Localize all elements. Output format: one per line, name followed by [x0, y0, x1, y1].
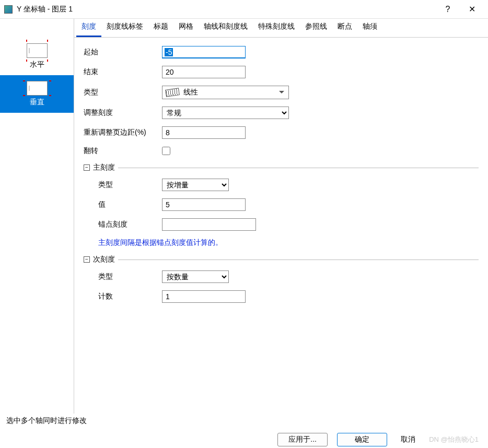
- margin-label: 重新调整页边距(%): [84, 128, 162, 137]
- tab-bar: 刻度 刻度线标签 标题 网格 轴线和刻度线 特殊刻度线 参照线 断点 轴须: [74, 19, 488, 38]
- cancel-button[interactable]: 取消: [397, 435, 420, 444]
- tab-tick-labels[interactable]: 刻度线标签: [101, 19, 148, 37]
- tab-rug[interactable]: 轴须: [357, 19, 382, 37]
- major-value-input[interactable]: [162, 198, 246, 211]
- major-hint: 主刻度间隔是根据锚点刻度值计算的。: [98, 238, 479, 247]
- tab-grid[interactable]: 网格: [173, 19, 199, 37]
- major-type-select[interactable]: 按增量: [162, 179, 229, 191]
- flip-checkbox[interactable]: [162, 147, 170, 155]
- tab-reflines[interactable]: 参照线: [300, 19, 332, 37]
- adjust-label: 调整刻度: [84, 108, 162, 117]
- sidebar-item-label: 垂直: [30, 98, 44, 107]
- scale-type-select[interactable]: 线性: [162, 86, 289, 99]
- minor-count-input[interactable]: [162, 290, 246, 303]
- major-value-label: 值: [84, 200, 162, 209]
- minor-count-label: 计数: [84, 292, 162, 301]
- vertical-axis-icon: [27, 81, 48, 96]
- major-title: 主刻度: [93, 163, 115, 172]
- start-input[interactable]: -5: [162, 46, 246, 58]
- tab-title[interactable]: 标题: [148, 19, 173, 37]
- help-button[interactable]: ?: [436, 0, 460, 19]
- sidebar-item-vertical[interactable]: 垂直: [0, 75, 74, 113]
- app-icon: [4, 5, 13, 14]
- tab-special-ticks[interactable]: 特殊刻度线: [253, 19, 300, 37]
- flip-label: 翻转: [84, 146, 162, 156]
- apply-button[interactable]: 应用于...: [277, 433, 328, 446]
- axis-sidebar: 水平 垂直: [0, 19, 74, 414]
- sidebar-item-horizontal[interactable]: 水平: [0, 38, 74, 75]
- major-anchor-input[interactable]: [162, 218, 256, 231]
- start-label: 起始: [84, 48, 162, 57]
- scale-type-value: 线性: [183, 88, 198, 97]
- adjust-select[interactable]: 常规: [162, 107, 289, 119]
- tab-breaks[interactable]: 断点: [332, 19, 357, 37]
- minor-collapse-toggle[interactable]: −: [84, 256, 90, 263]
- divider: [118, 168, 479, 168]
- major-type-label: 类型: [84, 180, 162, 190]
- window-title: Y 坐标轴 - 图层 1: [17, 5, 436, 14]
- ok-button[interactable]: 确定: [337, 433, 387, 446]
- tab-scale[interactable]: 刻度: [76, 19, 101, 37]
- watermark: DN @怡燕晓心1: [429, 435, 479, 444]
- end-label: 结束: [84, 67, 162, 77]
- footer-hint: 选中多个轴同时进行修改: [0, 414, 488, 428]
- end-input[interactable]: [162, 66, 246, 78]
- tab-axis-ticks[interactable]: 轴线和刻度线: [199, 19, 253, 37]
- margin-input[interactable]: [162, 126, 246, 139]
- start-value: -5: [165, 48, 173, 56]
- type-label: 类型: [84, 88, 162, 97]
- major-anchor-label: 锚点刻度: [84, 220, 162, 229]
- minor-type-select[interactable]: 按数量: [162, 270, 229, 283]
- minor-type-label: 类型: [84, 272, 162, 281]
- major-collapse-toggle[interactable]: −: [84, 164, 90, 171]
- minor-title: 次刻度: [93, 255, 115, 264]
- ruler-icon: [165, 88, 180, 97]
- horizontal-axis-icon: [27, 43, 48, 58]
- divider: [118, 260, 479, 260]
- close-button[interactable]: ✕: [460, 0, 484, 19]
